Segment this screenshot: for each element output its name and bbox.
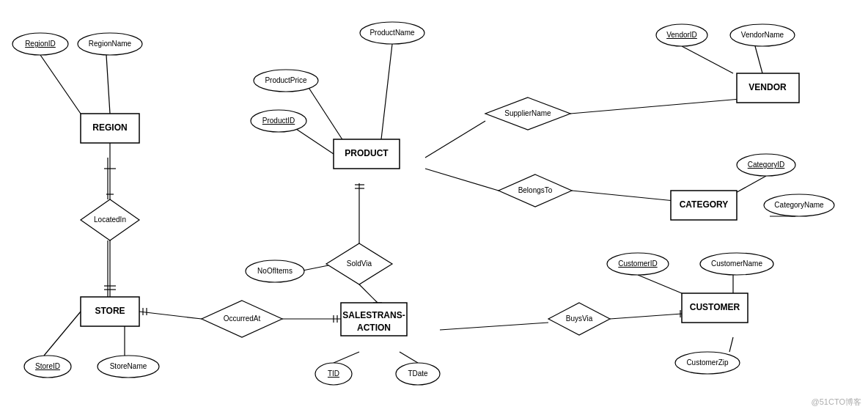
svg-line-31 — [682, 46, 733, 73]
attr-tdate-label: TDate — [408, 369, 428, 378]
er-diagram: LocatedIn SoldVia OccurredAt SupplierNam… — [0, 0, 868, 412]
svg-line-7 — [40, 55, 81, 114]
watermark-label: @51CTO博客 — [812, 397, 861, 406]
entity-salestransaction-label: SALESTRANS- — [342, 310, 405, 320]
svg-line-17 — [381, 44, 392, 139]
svg-line-9 — [44, 312, 81, 356]
svg-line-28 — [570, 99, 740, 114]
svg-line-40 — [610, 314, 682, 319]
entity-salestransaction-label2: ACTION — [357, 323, 391, 333]
attr-customerzip-label: CustomerZip — [686, 358, 729, 367]
attr-customerid-label: CustomerID — [618, 260, 657, 268]
entity-customer-label: CUSTOMER — [690, 302, 740, 312]
svg-line-47 — [400, 352, 418, 363]
relationship-belongsto-label: BelongsTo — [518, 186, 553, 194]
diagram-svg: LocatedIn SoldVia OccurredAt SupplierNam… — [0, 0, 868, 412]
attr-regionid-label: RegionID — [25, 40, 56, 48]
svg-line-23 — [359, 284, 378, 303]
entity-product-label: PRODUCT — [345, 148, 389, 158]
entity-store-label: STORE — [95, 306, 125, 316]
attr-categoryname-label: CategoryName — [774, 201, 824, 209]
attr-storeid-label: StoreID — [35, 362, 60, 370]
svg-line-45 — [729, 337, 733, 352]
svg-line-11 — [139, 312, 202, 319]
relationship-locatedin-label: LocatedIn — [94, 216, 126, 224]
svg-line-43 — [638, 275, 682, 293]
svg-line-37 — [733, 176, 766, 194]
relationship-buysvia-label: BuysVia — [566, 314, 593, 323]
attr-productid-label: ProductID — [262, 117, 295, 125]
attr-vendorid-label: VendorID — [666, 31, 697, 39]
attr-categoryid-label: CategoryID — [748, 161, 785, 169]
entity-category-label: CATEGORY — [680, 199, 729, 210]
relationship-suppliername-label: SupplierName — [504, 109, 551, 117]
svg-line-18 — [308, 87, 345, 143]
entity-region-label: REGION — [92, 122, 127, 133]
relationship-occurredat-label: OccurredAt — [224, 314, 261, 323]
attr-noofitems-label: NoOfItems — [257, 267, 293, 275]
attr-vendorname-label: VendorName — [741, 31, 784, 39]
svg-line-32 — [755, 46, 762, 73]
svg-line-46 — [334, 352, 359, 363]
attr-tid-label: TID — [328, 369, 339, 378]
svg-line-39 — [440, 323, 548, 330]
entity-vendor-label: VENDOR — [749, 82, 787, 92]
svg-line-8 — [106, 55, 110, 114]
attr-storename-label: StoreName — [110, 362, 147, 370]
svg-line-27 — [425, 121, 485, 158]
attr-regionname-label: RegionName — [89, 40, 132, 48]
attr-productname-label: ProductName — [369, 29, 415, 37]
relationship-soldvia-label: SoldVia — [347, 260, 372, 268]
attr-customername-label: CustomerName — [711, 260, 762, 268]
svg-line-33 — [425, 169, 499, 191]
attr-productprice-label: ProductPrice — [265, 76, 307, 84]
